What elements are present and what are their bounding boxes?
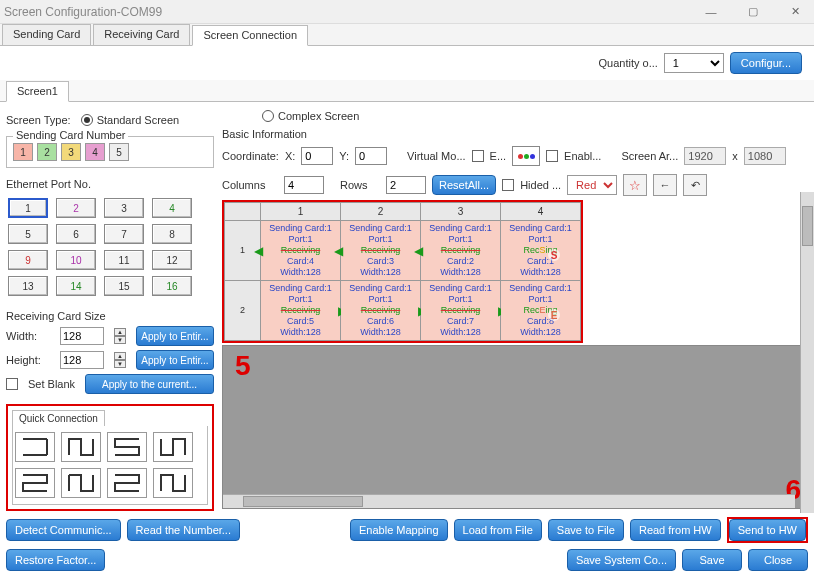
virtual-mode-label: Virtual Mo... bbox=[407, 150, 466, 162]
sending-card-5[interactable]: 5 bbox=[109, 143, 129, 161]
tab-sending-card[interactable]: Sending Card bbox=[2, 24, 91, 45]
configure-button[interactable]: Configur... bbox=[730, 52, 802, 74]
grid-cell-1-4[interactable]: Sending Card:1Port:1RecSingCard:1Width:1… bbox=[501, 221, 581, 281]
grid-col-2: 2 bbox=[341, 203, 421, 221]
back-button[interactable]: ← bbox=[653, 174, 677, 196]
eth-port-16[interactable]: 16 bbox=[152, 276, 192, 296]
eth-port-6[interactable]: 6 bbox=[56, 224, 96, 244]
enable-checkbox[interactable] bbox=[546, 150, 558, 162]
columns-input[interactable] bbox=[284, 176, 324, 194]
tab-screen-connection[interactable]: Screen Connection bbox=[192, 25, 308, 46]
quick-pattern-3[interactable] bbox=[107, 432, 147, 462]
sending-card-2[interactable]: 2 bbox=[37, 143, 57, 161]
radio-standard-screen[interactable]: Standard Screen bbox=[81, 114, 180, 126]
rows-input[interactable] bbox=[386, 176, 426, 194]
canvas-area[interactable]: 5 6 bbox=[222, 345, 810, 509]
hided-checkbox[interactable] bbox=[502, 179, 514, 191]
vertical-scrollbar[interactable] bbox=[800, 192, 814, 513]
tab-receiving-card[interactable]: Receiving Card bbox=[93, 24, 190, 45]
quick-pattern-7[interactable] bbox=[107, 468, 147, 498]
sending-card-3[interactable]: 3 bbox=[61, 143, 81, 161]
detect-communic-button[interactable]: Detect Communic... bbox=[6, 519, 121, 541]
eth-port-15[interactable]: 15 bbox=[104, 276, 144, 296]
height-spinner[interactable]: ▲▼ bbox=[114, 352, 126, 368]
width-spinner[interactable]: ▲▼ bbox=[114, 328, 126, 344]
e-checkbox[interactable] bbox=[472, 150, 484, 162]
screen-area-label: Screen Ar... bbox=[621, 150, 678, 162]
quick-connection-title: Quick Connection bbox=[12, 410, 105, 426]
grid-cell-1-1[interactable]: Sending Card:1Port:1Receiving◀Card:4Widt… bbox=[261, 221, 341, 281]
set-blank-checkbox[interactable] bbox=[6, 378, 18, 390]
eth-port-11[interactable]: 11 bbox=[104, 250, 144, 270]
load-from-file-button[interactable]: Load from File bbox=[454, 519, 542, 541]
enable-label: Enabl... bbox=[564, 150, 601, 162]
sending-card-1[interactable]: 1 bbox=[13, 143, 33, 161]
quick-pattern-6[interactable] bbox=[61, 468, 101, 498]
width-label: Width: bbox=[6, 330, 50, 342]
grid-row-2: 2 bbox=[225, 281, 261, 341]
sending-card-4[interactable]: 4 bbox=[85, 143, 105, 161]
apply-entire-col-button[interactable]: Apply to Entir... bbox=[136, 326, 214, 346]
eth-port-13[interactable]: 13 bbox=[8, 276, 48, 296]
close-footer-button[interactable]: Close bbox=[748, 549, 808, 571]
read-number-button[interactable]: Read the Number... bbox=[127, 519, 240, 541]
eth-port-10[interactable]: 10 bbox=[56, 250, 96, 270]
apply-entire-row-button[interactable]: Apply to Entir... bbox=[136, 350, 214, 370]
send-to-hw-button[interactable]: Send to HW bbox=[729, 519, 806, 541]
top-tabstrip: Sending Card Receiving Card Screen Conne… bbox=[0, 24, 814, 46]
x-input[interactable] bbox=[301, 147, 333, 165]
grid-cell-2-4[interactable]: Sending Card:1Port:1RecEingCard:8Width:1… bbox=[501, 281, 581, 341]
height-label: Height: bbox=[6, 354, 50, 366]
apply-current-button[interactable]: Apply to the current... bbox=[85, 374, 214, 394]
eth-port-14[interactable]: 14 bbox=[56, 276, 96, 296]
quick-pattern-2[interactable] bbox=[61, 432, 101, 462]
eth-port-2[interactable]: 2 bbox=[56, 198, 96, 218]
eth-port-9[interactable]: 9 bbox=[8, 250, 48, 270]
save-system-button[interactable]: Save System Co... bbox=[567, 549, 676, 571]
quick-pattern-5[interactable] bbox=[15, 468, 55, 498]
read-from-hw-button[interactable]: Read from HW bbox=[630, 519, 721, 541]
eth-port-7[interactable]: 7 bbox=[104, 224, 144, 244]
radio-complex-screen[interactable]: Complex Screen bbox=[262, 110, 359, 122]
save-to-file-button[interactable]: Save to File bbox=[548, 519, 624, 541]
eth-port-3[interactable]: 3 bbox=[104, 198, 144, 218]
close-button[interactable]: ✕ bbox=[780, 2, 810, 22]
virtual-mode-color-icon[interactable] bbox=[512, 146, 540, 166]
quick-pattern-1[interactable] bbox=[15, 432, 55, 462]
quantity-select[interactable]: 1 bbox=[664, 53, 724, 73]
reset-all-button[interactable]: ResetAll... bbox=[432, 175, 496, 195]
grid-cell-2-2[interactable]: Sending Card:1Port:1Receiving▶Card:6Widt… bbox=[341, 281, 421, 341]
save-button[interactable]: Save bbox=[682, 549, 742, 571]
connection-grid[interactable]: 1 2 3 4 1 Sending Card:1Port:1Receiving◀… bbox=[224, 202, 581, 341]
grid-cell-2-1[interactable]: Sending Card:1Port:1Receiving▶Card:5Widt… bbox=[261, 281, 341, 341]
grid-cell-2-3[interactable]: Sending Card:1Port:1Receiving▶Card:7Widt… bbox=[421, 281, 501, 341]
start-marker: S bbox=[548, 249, 560, 261]
height-input[interactable] bbox=[60, 351, 104, 369]
set-blank-label: Set Blank bbox=[28, 378, 75, 390]
annotation-5: 5 bbox=[235, 350, 251, 382]
maximize-button[interactable]: ▢ bbox=[738, 2, 768, 22]
eth-port-4[interactable]: 4 bbox=[152, 198, 192, 218]
undo-button[interactable]: ↶ bbox=[683, 174, 707, 196]
x-label: X: bbox=[285, 150, 295, 162]
screen1-tab[interactable]: Screen1 bbox=[6, 81, 69, 102]
horizontal-scrollbar[interactable] bbox=[223, 494, 795, 508]
y-label: Y: bbox=[339, 150, 349, 162]
grid-cell-1-2[interactable]: Sending Card:1Port:1Receiving◀Card:3Widt… bbox=[341, 221, 421, 281]
end-marker: E bbox=[548, 309, 560, 321]
enable-mapping-button[interactable]: Enable Mapping bbox=[350, 519, 448, 541]
grid-cell-1-3[interactable]: Sending Card:1Port:1Receiving◀Card:2Widt… bbox=[421, 221, 501, 281]
color-select[interactable]: Red bbox=[567, 175, 617, 195]
quick-pattern-4[interactable] bbox=[153, 432, 193, 462]
minimize-button[interactable]: — bbox=[696, 2, 726, 22]
quantity-label: Quantity o... bbox=[599, 57, 658, 69]
width-input[interactable] bbox=[60, 327, 104, 345]
eth-port-1[interactable]: 1 bbox=[8, 198, 48, 218]
eth-port-12[interactable]: 12 bbox=[152, 250, 192, 270]
quick-pattern-8[interactable] bbox=[153, 468, 193, 498]
eth-port-8[interactable]: 8 bbox=[152, 224, 192, 244]
restore-factory-button[interactable]: Restore Factor... bbox=[6, 549, 105, 571]
star-button[interactable]: ☆ bbox=[623, 174, 647, 196]
eth-port-5[interactable]: 5 bbox=[8, 224, 48, 244]
y-input[interactable] bbox=[355, 147, 387, 165]
